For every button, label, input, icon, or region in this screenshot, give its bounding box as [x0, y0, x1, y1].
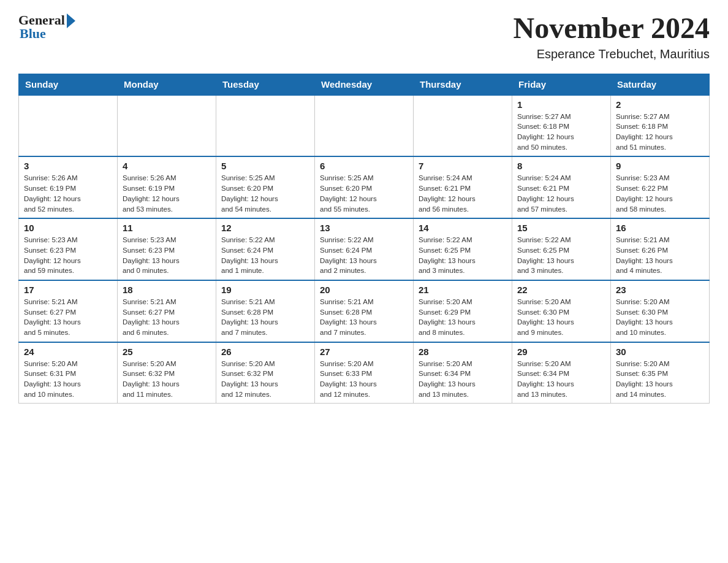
day-number: 16 — [616, 223, 704, 233]
calendar-cell: 21Sunrise: 5:20 AM Sunset: 6:29 PM Dayli… — [414, 280, 512, 342]
day-info: Sunrise: 5:25 AM Sunset: 6:20 PM Dayligh… — [320, 173, 408, 214]
day-number: 11 — [123, 223, 211, 233]
calendar-cell: 17Sunrise: 5:21 AM Sunset: 6:27 PM Dayli… — [19, 280, 118, 342]
day-info: Sunrise: 5:21 AM Sunset: 6:28 PM Dayligh… — [320, 297, 408, 338]
day-info: Sunrise: 5:20 AM Sunset: 6:30 PM Dayligh… — [517, 297, 605, 338]
title-area: November 2024 Esperance Trebuchet, Mauri… — [514, 12, 710, 61]
column-header-saturday: Saturday — [611, 74, 710, 95]
calendar-cell — [118, 95, 216, 157]
day-number: 5 — [221, 161, 309, 171]
day-number: 8 — [517, 161, 605, 171]
calendar-cell: 19Sunrise: 5:21 AM Sunset: 6:28 PM Dayli… — [216, 280, 315, 342]
logo-blue-text: Blue — [20, 26, 46, 42]
location-title: Esperance Trebuchet, Mauritius — [514, 47, 710, 61]
calendar-cell: 12Sunrise: 5:22 AM Sunset: 6:24 PM Dayli… — [216, 218, 315, 280]
day-number: 20 — [320, 285, 408, 295]
day-number: 12 — [221, 223, 309, 233]
day-number: 14 — [419, 223, 507, 233]
calendar-cell: 3Sunrise: 5:26 AM Sunset: 6:19 PM Daylig… — [19, 156, 118, 218]
calendar-cell: 13Sunrise: 5:22 AM Sunset: 6:24 PM Dayli… — [315, 218, 414, 280]
day-info: Sunrise: 5:20 AM Sunset: 6:31 PM Dayligh… — [24, 359, 112, 400]
calendar-cell: 10Sunrise: 5:23 AM Sunset: 6:23 PM Dayli… — [19, 218, 118, 280]
day-info: Sunrise: 5:24 AM Sunset: 6:21 PM Dayligh… — [419, 173, 507, 214]
calendar-cell: 22Sunrise: 5:20 AM Sunset: 6:30 PM Dayli… — [512, 280, 611, 342]
day-info: Sunrise: 5:22 AM Sunset: 6:25 PM Dayligh… — [419, 235, 507, 276]
calendar-cell: 1Sunrise: 5:27 AM Sunset: 6:18 PM Daylig… — [512, 95, 611, 157]
day-number: 10 — [24, 223, 112, 233]
calendar-cell: 26Sunrise: 5:20 AM Sunset: 6:32 PM Dayli… — [216, 342, 315, 404]
column-header-wednesday: Wednesday — [315, 74, 414, 95]
day-info: Sunrise: 5:21 AM Sunset: 6:27 PM Dayligh… — [123, 297, 211, 338]
day-info: Sunrise: 5:26 AM Sunset: 6:19 PM Dayligh… — [123, 173, 211, 214]
day-number: 15 — [517, 223, 605, 233]
calendar-cell — [19, 95, 118, 157]
day-info: Sunrise: 5:22 AM Sunset: 6:25 PM Dayligh… — [517, 235, 605, 276]
calendar-header-row: SundayMondayTuesdayWednesdayThursdayFrid… — [19, 74, 710, 95]
day-info: Sunrise: 5:23 AM Sunset: 6:23 PM Dayligh… — [123, 235, 211, 276]
column-header-monday: Monday — [118, 74, 216, 95]
day-number: 29 — [517, 347, 605, 357]
day-info: Sunrise: 5:23 AM Sunset: 6:22 PM Dayligh… — [616, 173, 704, 214]
day-number: 18 — [123, 285, 211, 295]
calendar-cell: 14Sunrise: 5:22 AM Sunset: 6:25 PM Dayli… — [414, 218, 512, 280]
logo-arrow-icon — [67, 13, 75, 28]
calendar-cell: 18Sunrise: 5:21 AM Sunset: 6:27 PM Dayli… — [118, 280, 216, 342]
calendar-cell: 15Sunrise: 5:22 AM Sunset: 6:25 PM Dayli… — [512, 218, 611, 280]
day-number: 4 — [123, 161, 211, 171]
calendar-cell: 27Sunrise: 5:20 AM Sunset: 6:33 PM Dayli… — [315, 342, 414, 404]
calendar-cell: 20Sunrise: 5:21 AM Sunset: 6:28 PM Dayli… — [315, 280, 414, 342]
column-header-tuesday: Tuesday — [216, 74, 315, 95]
day-number: 13 — [320, 223, 408, 233]
day-info: Sunrise: 5:23 AM Sunset: 6:23 PM Dayligh… — [24, 235, 112, 276]
day-info: Sunrise: 5:25 AM Sunset: 6:20 PM Dayligh… — [221, 173, 309, 214]
day-info: Sunrise: 5:20 AM Sunset: 6:32 PM Dayligh… — [221, 359, 309, 400]
calendar-cell: 25Sunrise: 5:20 AM Sunset: 6:32 PM Dayli… — [118, 342, 216, 404]
calendar-cell: 24Sunrise: 5:20 AM Sunset: 6:31 PM Dayli… — [19, 342, 118, 404]
day-info: Sunrise: 5:26 AM Sunset: 6:19 PM Dayligh… — [24, 173, 112, 214]
day-info: Sunrise: 5:22 AM Sunset: 6:24 PM Dayligh… — [320, 235, 408, 276]
calendar-cell: 11Sunrise: 5:23 AM Sunset: 6:23 PM Dayli… — [118, 218, 216, 280]
day-number: 2 — [616, 99, 704, 110]
calendar-cell: 7Sunrise: 5:24 AM Sunset: 6:21 PM Daylig… — [414, 156, 512, 218]
week-row-4: 17Sunrise: 5:21 AM Sunset: 6:27 PM Dayli… — [19, 280, 710, 342]
month-title: November 2024 — [514, 12, 710, 45]
calendar-cell: 8Sunrise: 5:24 AM Sunset: 6:21 PM Daylig… — [512, 156, 611, 218]
calendar-cell: 9Sunrise: 5:23 AM Sunset: 6:22 PM Daylig… — [611, 156, 710, 218]
day-info: Sunrise: 5:20 AM Sunset: 6:35 PM Dayligh… — [616, 359, 704, 400]
day-info: Sunrise: 5:20 AM Sunset: 6:32 PM Dayligh… — [123, 359, 211, 400]
calendar-cell: 29Sunrise: 5:20 AM Sunset: 6:34 PM Dayli… — [512, 342, 611, 404]
day-number: 22 — [517, 285, 605, 295]
column-header-friday: Friday — [512, 74, 611, 95]
week-row-1: 1Sunrise: 5:27 AM Sunset: 6:18 PM Daylig… — [19, 95, 710, 157]
day-info: Sunrise: 5:20 AM Sunset: 6:34 PM Dayligh… — [517, 359, 605, 400]
calendar-cell: 23Sunrise: 5:20 AM Sunset: 6:30 PM Dayli… — [611, 280, 710, 342]
day-number: 19 — [221, 285, 309, 295]
day-info: Sunrise: 5:20 AM Sunset: 6:33 PM Dayligh… — [320, 359, 408, 400]
day-number: 17 — [24, 285, 112, 295]
week-row-5: 24Sunrise: 5:20 AM Sunset: 6:31 PM Dayli… — [19, 342, 710, 404]
day-number: 25 — [123, 347, 211, 357]
day-number: 23 — [616, 285, 704, 295]
day-number: 26 — [221, 347, 309, 357]
calendar-cell: 30Sunrise: 5:20 AM Sunset: 6:35 PM Dayli… — [611, 342, 710, 404]
day-info: Sunrise: 5:20 AM Sunset: 6:30 PM Dayligh… — [616, 297, 704, 338]
day-number: 21 — [419, 285, 507, 295]
day-number: 3 — [24, 161, 112, 171]
day-info: Sunrise: 5:24 AM Sunset: 6:21 PM Dayligh… — [517, 173, 605, 214]
day-number: 28 — [419, 347, 507, 357]
day-info: Sunrise: 5:20 AM Sunset: 6:29 PM Dayligh… — [419, 297, 507, 338]
calendar-cell: 16Sunrise: 5:21 AM Sunset: 6:26 PM Dayli… — [611, 218, 710, 280]
week-row-2: 3Sunrise: 5:26 AM Sunset: 6:19 PM Daylig… — [19, 156, 710, 218]
calendar-cell: 5Sunrise: 5:25 AM Sunset: 6:20 PM Daylig… — [216, 156, 315, 218]
day-info: Sunrise: 5:21 AM Sunset: 6:27 PM Dayligh… — [24, 297, 112, 338]
day-info: Sunrise: 5:21 AM Sunset: 6:26 PM Dayligh… — [616, 235, 704, 276]
day-number: 1 — [517, 99, 605, 110]
calendar-cell — [414, 95, 512, 157]
day-number: 9 — [616, 161, 704, 171]
day-number: 7 — [419, 161, 507, 171]
calendar-cell: 6Sunrise: 5:25 AM Sunset: 6:20 PM Daylig… — [315, 156, 414, 218]
page-header: General Blue November 2024 Esperance Tre… — [18, 12, 710, 61]
day-info: Sunrise: 5:27 AM Sunset: 6:18 PM Dayligh… — [517, 112, 605, 153]
day-number: 27 — [320, 347, 408, 357]
day-info: Sunrise: 5:22 AM Sunset: 6:24 PM Dayligh… — [221, 235, 309, 276]
